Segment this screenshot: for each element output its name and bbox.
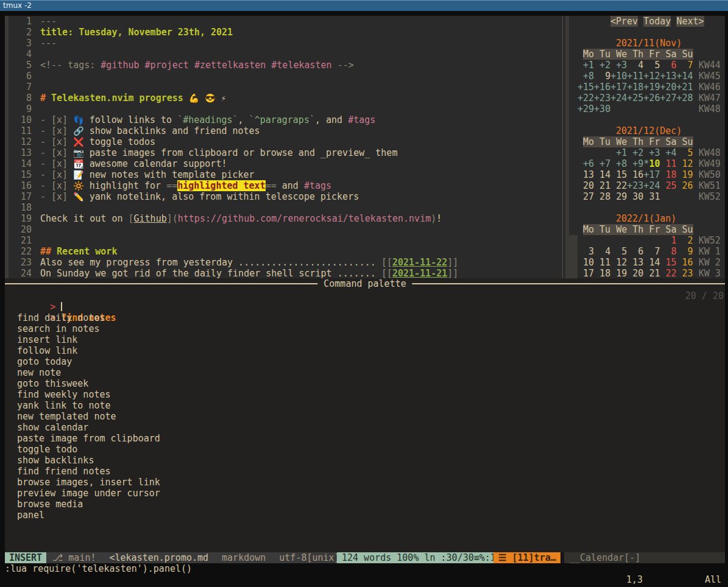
palette-item[interactable]: find friend notes bbox=[5, 466, 725, 477]
calendar-week-row[interactable]: 1 2KW52 bbox=[578, 235, 725, 246]
editor-line[interactable]: 22## Recent work bbox=[9, 246, 458, 257]
editor-line[interactable]: 24On Sunday we got rid of the daily find… bbox=[9, 268, 458, 279]
palette-item[interactable]: new note bbox=[5, 367, 725, 378]
editor-line-text[interactable]: <!-- tags: #github #project #zettelkaste… bbox=[40, 60, 354, 71]
editor-line[interactable]: 13- [x] 📷 paste images from clipboard or… bbox=[9, 147, 458, 158]
editor-line-text[interactable]: ## Recent work bbox=[40, 246, 117, 257]
editor-line[interactable]: 15- [x] 📝 new notes with template picker bbox=[9, 169, 458, 180]
editor-line-text[interactable]: - [x] 👣 follow links to `#headings`, `^p… bbox=[40, 114, 375, 125]
text-segment-punct: - [x] bbox=[40, 147, 73, 158]
calendar-next-button[interactable]: Next> bbox=[676, 16, 704, 27]
calendar-days-note: +15+16+17+18+19+20+21 bbox=[578, 82, 693, 93]
editor-line[interactable]: 17- [x] ✏️ yank notelink, also from with… bbox=[9, 191, 458, 202]
text-segment-fg: awesome calendar support! bbox=[84, 158, 227, 169]
calendar-days-today[interactable]: 10 bbox=[649, 158, 660, 169]
palette-item[interactable]: paste image from clipboard bbox=[5, 433, 725, 444]
text-segment-fg: , and bbox=[315, 114, 348, 125]
brightness-sun-emoji-icon: 🔆 bbox=[73, 181, 83, 191]
calendar-prev-button[interactable]: <Prev bbox=[610, 16, 638, 27]
editor-line-text[interactable]: - [x] 📷 paste images from clipboard or b… bbox=[40, 147, 397, 158]
calendar-week-row[interactable]: 13 14 15 16+17 18 19KW50 bbox=[578, 169, 725, 180]
editor-line[interactable]: 16- [x] 🔆 highlight for ==highlighted te… bbox=[9, 180, 458, 191]
palette-item[interactable]: browse images, insert link bbox=[5, 477, 725, 488]
editor-buffer[interactable]: 1---2title: Tuesday, November 23th, 2021… bbox=[9, 16, 458, 279]
editor-line-text[interactable]: - [x] 🔗 show backlinks and friend notes bbox=[40, 125, 260, 136]
editor-line-text[interactable]: title: Tuesday, November 23th, 2021 bbox=[40, 27, 233, 38]
editor-line-text[interactable]: - [x] 📆 awesome calendar support! bbox=[40, 158, 227, 169]
editor-line-text[interactable]: --- bbox=[40, 16, 57, 27]
editor-line[interactable]: 18 bbox=[9, 202, 458, 213]
editor-line[interactable]: 14- [x] 📆 awesome calendar support! bbox=[9, 158, 458, 169]
editor-line[interactable]: 7 bbox=[9, 82, 458, 93]
editor-line[interactable]: 23Also see my progress from yesterday ..… bbox=[9, 257, 458, 268]
editor-line[interactable]: 5<!-- tags: #github #project #zettelkast… bbox=[9, 60, 458, 71]
editor-line-text[interactable]: - [x] 🔆 highlight for ==highlighted text… bbox=[40, 180, 331, 191]
editor-line[interactable]: 21 bbox=[9, 235, 458, 246]
line-number: 19 bbox=[9, 213, 32, 224]
editor-line[interactable]: 2title: Tuesday, November 23th, 2021 bbox=[9, 27, 458, 38]
palette-item[interactable]: find weekly notes bbox=[5, 389, 725, 400]
editor-line[interactable]: 8# Telekasten.nvim progress 💪 😎 ⚡ bbox=[9, 93, 458, 104]
editor-pane[interactable]: 1---2title: Tuesday, November 23th, 2021… bbox=[5, 16, 725, 278]
editor-line[interactable]: 20 bbox=[9, 224, 458, 235]
palette-item[interactable]: new templated note bbox=[5, 411, 725, 422]
editor-line-text[interactable]: Also see my progress from yesterday ....… bbox=[40, 257, 458, 268]
palette-item[interactable]: yank link to note bbox=[5, 400, 725, 411]
text-segment-wikilink[interactable]: 2021-11-22 bbox=[392, 257, 447, 268]
editor-line[interactable]: 10- [x] 👣 follow links to `#headings`, `… bbox=[9, 114, 458, 125]
palette-item[interactable]: goto thisweek bbox=[5, 378, 725, 389]
editor-line-text[interactable]: - [x] ❌ toggle todos bbox=[40, 136, 155, 147]
calendar-week-row[interactable]: +15+16+17+18+19+20+21KW46 bbox=[578, 82, 725, 93]
palette-prompt[interactable]: > 20 / 20 bbox=[5, 290, 725, 301]
calendar-spacer bbox=[578, 202, 725, 213]
editor-line[interactable]: 6 bbox=[9, 71, 458, 82]
calendar-week-row[interactable]: 17 18 19 20 21 22 23KW 3 bbox=[578, 268, 725, 279]
editor-line[interactable]: 1--- bbox=[9, 16, 458, 27]
calendar-week-row[interactable]: +6 +7 +8 +9*10 11 12KW49 bbox=[578, 158, 725, 169]
editor-line[interactable]: 11- [x] 🔗 show backlinks and friend note… bbox=[9, 125, 458, 136]
text-segment-url[interactable]: https://github.com/renerocksai/telekaste… bbox=[178, 213, 431, 224]
palette-item[interactable]: follow link bbox=[5, 345, 725, 356]
editor-line-text[interactable]: --- bbox=[40, 38, 57, 49]
palette-item[interactable]: panel bbox=[5, 510, 725, 521]
calendar-week-row[interactable]: +1 +2 +3 +4 5KW48 bbox=[578, 147, 725, 158]
palette-item[interactable]: show calendar bbox=[5, 422, 725, 433]
calendar-week-row[interactable]: +1 +2 +3 4 5 6 7KW44 bbox=[578, 60, 725, 71]
editor-line-text[interactable]: # Telekasten.nvim progress 💪 😎 ⚡ bbox=[40, 93, 226, 104]
editor-line[interactable]: 4 bbox=[9, 49, 458, 60]
palette-item-selected[interactable]: >find notes bbox=[5, 301, 725, 312]
command-line[interactable]: :lua require('telekasten').panel() bbox=[5, 563, 725, 574]
calendar-scroll-thumb bbox=[569, 235, 578, 278]
palette-item[interactable]: insert link bbox=[5, 334, 725, 345]
editor-line[interactable]: 19Check it out on [Github](https://githu… bbox=[9, 213, 458, 224]
text-segment-wikilink[interactable]: 2021-11-21 bbox=[392, 268, 447, 279]
calendar-week-row[interactable]: 10 11 12 13 14 15 16KW 2 bbox=[578, 257, 725, 268]
command-palette[interactable]: Command palette > 20 / 20 >find notes fi… bbox=[5, 278, 725, 552]
text-segment-link-text[interactable]: Github bbox=[134, 213, 167, 224]
palette-item[interactable]: goto today bbox=[5, 356, 725, 367]
line-number: 7 bbox=[9, 82, 32, 93]
line-number: 15 bbox=[9, 169, 32, 180]
calendar-week-row[interactable]: +8 9+10+11+12+13+14KW45 bbox=[578, 71, 725, 82]
palette-item[interactable]: search in notes bbox=[5, 323, 725, 334]
calendar-pane[interactable]: <Prev Today Next> 2021/11(Nov)Mo Tu We T… bbox=[578, 16, 725, 279]
calendar-week-row[interactable]: +29+30 KW48 bbox=[578, 104, 725, 114]
palette-item[interactable]: preview image under cursor bbox=[5, 488, 725, 499]
calendar-week-row[interactable]: +22+23+24+25+26+27+28KW47 bbox=[578, 93, 725, 104]
calendar-week-row[interactable]: 27 28 29 30 31 KW52 bbox=[578, 191, 725, 202]
terminal-area: 1---2title: Tuesday, November 23th, 2021… bbox=[5, 16, 725, 585]
editor-line-text[interactable]: On Sunday we got rid of the daily finder… bbox=[40, 268, 458, 279]
editor-line[interactable]: 12- [x] ❌ toggle todos bbox=[9, 136, 458, 147]
editor-line-text[interactable]: - [x] ✏️ yank notelink, also from within… bbox=[40, 191, 359, 202]
editor-line-text[interactable]: - [x] 📝 new notes with template picker bbox=[40, 169, 255, 180]
palette-item[interactable]: toggle todo bbox=[5, 444, 725, 455]
palette-item[interactable]: browse media bbox=[5, 499, 725, 510]
line-number: 14 bbox=[9, 158, 32, 169]
editor-line[interactable]: 3--- bbox=[9, 38, 458, 49]
calendar-week-row[interactable]: 20 21 22+23+24 25 26KW51 bbox=[578, 180, 725, 191]
calendar-today-button[interactable]: Today bbox=[643, 16, 671, 27]
calendar-week-row[interactable]: 3 4 5 6 7 8 9KW 1 bbox=[578, 246, 725, 257]
editor-line-text[interactable]: Check it out on [Github](https://github.… bbox=[40, 213, 442, 224]
editor-line[interactable]: 9 bbox=[9, 104, 458, 114]
palette-item[interactable]: show backlinks bbox=[5, 455, 725, 466]
